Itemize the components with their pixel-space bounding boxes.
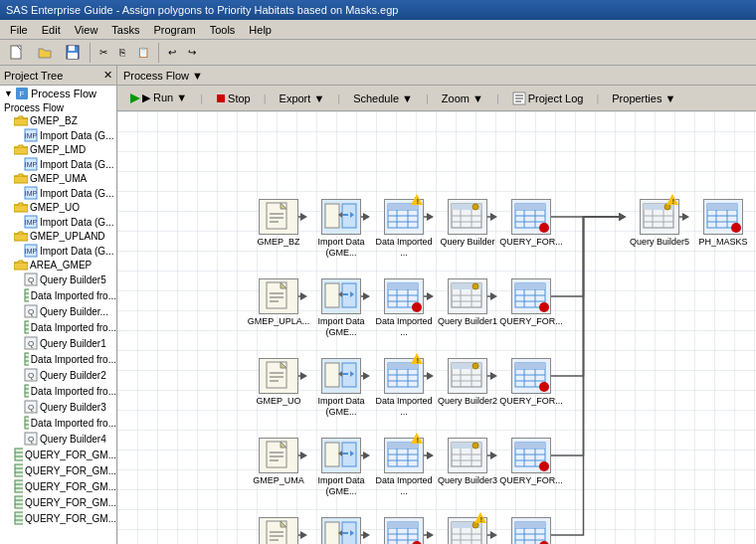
node-DataImported2[interactable]: Data Imported ... xyxy=(372,278,436,338)
tree-item-22[interactable]: QQuery Builder4 xyxy=(0,431,116,447)
tree-close[interactable]: ✕ xyxy=(103,69,112,82)
tree-item-11[interactable]: AREA_GMEP xyxy=(0,259,116,272)
toolbar-copy[interactable]: ⎘ xyxy=(114,42,130,64)
node-DataImported4[interactable]: ! Data Imported ... xyxy=(372,438,436,497)
import-svg xyxy=(324,202,358,232)
svg-rect-256 xyxy=(325,522,339,544)
tree-item-3[interactable]: GMEP_LMD xyxy=(0,143,116,156)
tree-item-25[interactable]: QUERY_FOR_GM... xyxy=(0,478,116,494)
svg-rect-250 xyxy=(515,443,545,449)
tree-item-1[interactable]: GMEP_BZ xyxy=(0,114,116,127)
menu-item-file[interactable]: File xyxy=(4,23,34,37)
run-button[interactable]: ▶ Run ▼ xyxy=(123,89,194,107)
svg-rect-19 xyxy=(25,289,29,301)
node-ImportData2[interactable]: Import Data (GME... xyxy=(309,278,373,338)
import-icon: IMP xyxy=(24,186,38,200)
tree-item-26[interactable]: QUERY_FOR_GM... xyxy=(0,494,116,510)
node-label-PH_MASKS: PH_MASKS xyxy=(691,237,755,248)
node-QUERY_FOR3[interactable]: QUERY_FOR... xyxy=(499,358,563,407)
menu-item-program[interactable]: Program xyxy=(147,23,201,37)
node-QueryBuilder_1[interactable]: Query Builder xyxy=(436,199,499,248)
tree-item-15[interactable]: Data Imported fro... xyxy=(0,319,116,335)
node-QueryBuilder2[interactable]: Query Builder2 xyxy=(436,358,499,407)
tree-item-17[interactable]: Data Imported fro... xyxy=(0,351,116,367)
tree-item-0[interactable]: Process Flow xyxy=(0,101,116,114)
node-QUERY_FOR2[interactable]: QUERY_FOR... xyxy=(499,278,563,327)
node-ImportData4[interactable]: Import Data (GME... xyxy=(309,438,373,497)
node-QUERY_FOR1[interactable]: QUERY_FOR... xyxy=(499,199,563,248)
canvas[interactable]: GMEP_BZ Import Data (GME... ! Data Impor xyxy=(117,111,756,544)
menu-item-tools[interactable]: Tools xyxy=(204,23,242,37)
node-QueryBuilder5[interactable]: ! Query Builder5 xyxy=(628,199,691,248)
node-DataImported1[interactable]: ! Data Imported ... xyxy=(372,199,436,259)
node-PH_MASKS[interactable]: PH_MASKS xyxy=(691,199,755,248)
node-GMEP_UMA[interactable]: GMEP_UMA xyxy=(247,438,310,486)
tree-item-10[interactable]: IMPImport Data (G... xyxy=(0,243,116,259)
tree-item-4[interactable]: IMPImport Data (G... xyxy=(0,156,116,172)
node-icon-DataImported1: ! xyxy=(384,199,424,235)
project-log-button[interactable]: Project Log xyxy=(505,89,591,108)
pf-sep4: | xyxy=(426,92,429,104)
data-icon xyxy=(24,352,29,366)
tree-item-14[interactable]: QQuery Builder... xyxy=(0,303,116,319)
toolbar-cut[interactable]: ✂ xyxy=(94,42,112,64)
node-ImportData3[interactable]: Import Data (GME... xyxy=(309,358,373,418)
menu-item-help[interactable]: Help xyxy=(243,23,278,37)
toolbar-new[interactable] xyxy=(4,42,30,64)
toolbar-redo[interactable]: ↪ xyxy=(183,42,201,64)
tree-item-12[interactable]: QQuery Builder5 xyxy=(0,272,116,287)
toolbar-paste[interactable]: 📋 xyxy=(132,42,154,64)
tree-item-21[interactable]: Data Imported fro... xyxy=(0,415,116,431)
stop-button[interactable]: Stop xyxy=(209,90,258,107)
node-QUERY_FOR4[interactable]: QUERY_FOR... xyxy=(499,438,563,486)
node-label-QUERY_FOR2: QUERY_FOR... xyxy=(499,316,563,327)
node-QueryBuilder3[interactable]: Query Builder3 xyxy=(436,438,499,486)
node-QueryBuilder4[interactable]: ! Query Builder4 xyxy=(436,517,499,544)
node-GMEP_BZ[interactable]: GMEP_BZ xyxy=(247,199,310,248)
stop-badge xyxy=(412,302,422,312)
node-GMEP_UPLA[interactable]: GMEP_UPLA... xyxy=(247,278,310,327)
zoom-button[interactable]: Zoom ▼ xyxy=(435,90,490,107)
data-icon xyxy=(14,448,23,461)
svg-text:IMP: IMP xyxy=(25,161,38,168)
tree-item-18[interactable]: QQuery Builder2 xyxy=(0,367,116,383)
toolbar-undo[interactable]: ↩ xyxy=(163,42,181,64)
svg-text:IMP: IMP xyxy=(25,248,38,255)
tree-item-13[interactable]: Data Imported fro... xyxy=(0,287,116,303)
export-button[interactable]: Export ▼ xyxy=(273,90,332,107)
node-GMEP_UO[interactable]: GMEP_UO xyxy=(247,358,310,407)
svg-rect-56 xyxy=(15,512,23,524)
node-icon-GMEP_UMA xyxy=(259,438,298,473)
menu-item-view[interactable]: View xyxy=(69,23,104,37)
tree-item-process-flow[interactable]: ▼FProcess Flow xyxy=(0,86,116,101)
node-DataImported5[interactable]: Data Imported ... xyxy=(372,517,436,544)
node-icon-DataImported5 xyxy=(384,517,424,544)
tree-item-19[interactable]: Data Imported fro... xyxy=(0,383,116,399)
tree-item-27[interactable]: QUERY_FOR_GM... xyxy=(0,510,116,526)
menu-item-tasks[interactable]: Tasks xyxy=(105,23,145,37)
tree-item-6[interactable]: IMPImport Data (G... xyxy=(0,185,116,201)
tree-item-8[interactable]: IMPImport Data (G... xyxy=(0,214,116,230)
node-ImportData5[interactable]: Import Data (GME... xyxy=(309,517,373,544)
folder-icon xyxy=(14,231,28,242)
menu-item-edit[interactable]: Edit xyxy=(36,23,67,37)
node-ImportData1[interactable]: Import Data (GME... xyxy=(309,199,373,259)
tree-item-9[interactable]: GMEP_UPLAND xyxy=(0,230,116,243)
tree-item-16[interactable]: QQuery Builder1 xyxy=(0,335,116,351)
tree-item-23[interactable]: QUERY_FOR_GM... xyxy=(0,447,116,462)
tree-label: Import Data (G... xyxy=(40,159,113,170)
node-QueryBuilder1[interactable]: Query Builder1 xyxy=(436,278,499,327)
node-icon-QueryBuilder_1 xyxy=(448,199,487,235)
toolbar-open[interactable] xyxy=(32,42,58,64)
tree-item-20[interactable]: QQuery Builder3 xyxy=(0,399,116,415)
node-GMEP_LMD[interactable]: GMEP_LMD xyxy=(247,517,310,544)
tree-item-2[interactable]: IMPImport Data (G... xyxy=(0,127,116,143)
tree-item-5[interactable]: GMEP_UMA xyxy=(0,172,116,185)
properties-button[interactable]: Properties ▼ xyxy=(605,90,682,107)
node-DataImported3[interactable]: ! Data Imported ... xyxy=(372,358,436,418)
tree-item-7[interactable]: GMEP_UO xyxy=(0,201,116,214)
node-QUERY_FOR5[interactable]: QUERY_FOR... xyxy=(499,517,563,544)
tree-item-24[interactable]: QUERY_FOR_GM... xyxy=(0,462,116,478)
toolbar-save[interactable] xyxy=(60,42,86,64)
schedule-button[interactable]: Schedule ▼ xyxy=(346,90,420,107)
